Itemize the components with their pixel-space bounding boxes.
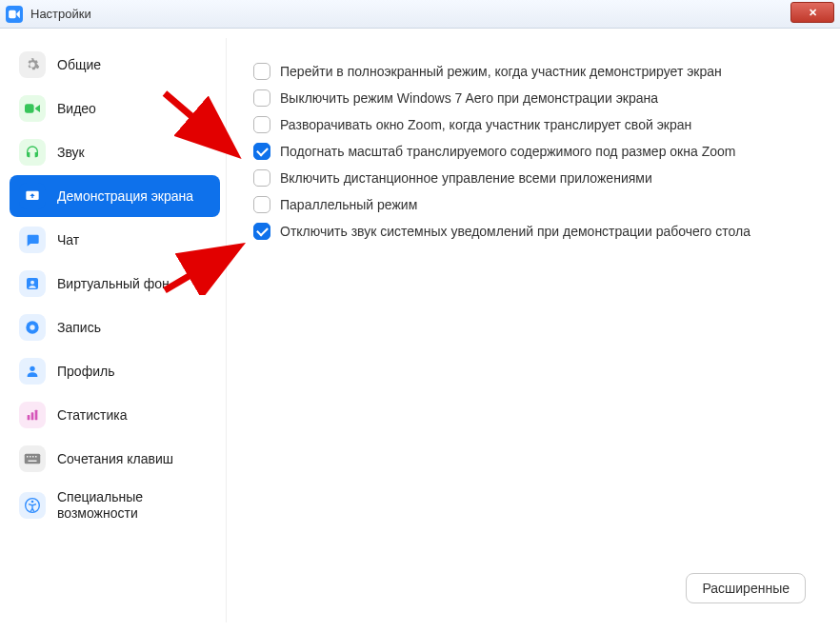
video-icon	[19, 95, 46, 122]
share-screen-icon	[19, 183, 46, 209]
svg-rect-13	[30, 456, 31, 458]
option-silence-notifications[interactable]: Отключить звук системных уведомлений при…	[253, 223, 811, 240]
sidebar-item-label: Общие	[57, 57, 101, 73]
svg-rect-1	[25, 104, 34, 113]
stats-icon	[19, 402, 46, 428]
window-title: Настройки	[30, 7, 91, 21]
checkbox[interactable]	[253, 196, 270, 213]
sidebar-item-label: Демонстрация экрана	[57, 188, 193, 205]
option-label: Перейти в полноэкранный режим, когда уча…	[280, 64, 722, 79]
checkbox[interactable]	[253, 169, 270, 187]
sidebar-item-label: Виртуальный фон	[57, 276, 170, 292]
checkbox[interactable]	[253, 143, 270, 160]
checkbox[interactable]	[253, 89, 270, 107]
gear-icon	[19, 51, 46, 78]
sidebar-item-audio[interactable]: Звук	[10, 131, 220, 173]
app-icon	[6, 6, 23, 23]
sidebar-item-chat[interactable]: Чат	[10, 219, 220, 261]
svg-point-18	[31, 500, 34, 503]
sidebar-item-label: Чат	[57, 232, 79, 248]
content-pane: Перейти в полноэкранный режим, когда уча…	[227, 38, 830, 622]
sidebar-item-virtual-bg[interactable]: Виртуальный фон	[10, 263, 220, 305]
sidebar-item-label: Звук	[57, 145, 85, 161]
sidebar-item-video[interactable]: Видео	[10, 88, 220, 129]
sidebar-item-label: Специальные возможности	[57, 489, 210, 522]
record-icon	[19, 314, 46, 341]
sidebar-item-accessibility[interactable]: Специальные возможности	[10, 482, 220, 529]
svg-point-6	[30, 325, 34, 329]
svg-rect-12	[27, 456, 29, 458]
sidebar-item-label: Профиль	[57, 364, 114, 380]
keyboard-icon	[19, 445, 46, 472]
advanced-row: Расширенные	[253, 573, 811, 609]
svg-rect-15	[35, 456, 37, 458]
sidebar-item-general[interactable]: Общие	[10, 44, 220, 86]
checkbox[interactable]	[253, 223, 270, 240]
sidebar-item-recording[interactable]: Запись	[10, 306, 220, 348]
sidebar-item-label: Запись	[57, 320, 101, 336]
option-scale-to-fit[interactable]: Подогнать масштаб транслируемого содержи…	[253, 143, 811, 160]
svg-rect-9	[31, 412, 34, 420]
svg-point-7	[30, 366, 34, 371]
option-label: Отключить звук системных уведомлений при…	[280, 224, 750, 239]
svg-rect-0	[9, 10, 15, 17]
sidebar: Общие Видео Звук Демонстрация экрана	[10, 38, 227, 622]
profile-icon	[19, 358, 46, 385]
option-fullscreen-on-share[interactable]: Перейти в полноэкранный режим, когда уча…	[253, 63, 811, 80]
checkbox[interactable]	[253, 63, 270, 80]
settings-window: Настройки Общие Видео Звук	[0, 0, 840, 632]
option-side-by-side[interactable]: Параллельный режим	[253, 196, 811, 213]
option-label: Параллельный режим	[280, 197, 417, 212]
option-remote-control-all[interactable]: Включить дистанционное управление всеми …	[253, 169, 811, 187]
sidebar-item-shortcuts[interactable]: Сочетания клавиш	[10, 438, 220, 480]
svg-rect-16	[29, 461, 37, 463]
accessibility-icon	[19, 492, 46, 519]
svg-rect-11	[25, 454, 41, 464]
titlebar: Настройки	[0, 0, 840, 29]
sidebar-item-share-screen[interactable]: Демонстрация экрана	[10, 175, 220, 217]
window-body: Общие Видео Звук Демонстрация экрана	[0, 29, 840, 632]
svg-rect-10	[35, 410, 38, 421]
sidebar-item-label: Видео	[57, 101, 96, 117]
sidebar-item-statistics[interactable]: Статистика	[10, 394, 220, 436]
sidebar-item-label: Сочетания клавиш	[57, 451, 173, 467]
checkbox[interactable]	[253, 116, 270, 133]
chat-icon	[19, 227, 46, 253]
svg-rect-8	[28, 415, 30, 420]
advanced-button[interactable]: Расширенные	[686, 573, 806, 603]
option-disable-aero[interactable]: Выключить режим Windows 7 Aero при демон…	[253, 89, 811, 107]
option-label: Разворачивать окно Zoom, когда участник …	[280, 117, 691, 132]
headphones-icon	[19, 139, 46, 166]
option-label: Подогнать масштаб транслируемого содержи…	[280, 144, 735, 159]
sidebar-item-label: Статистика	[57, 407, 128, 424]
close-button[interactable]	[790, 2, 834, 23]
option-label: Выключить режим Windows 7 Aero при демон…	[280, 90, 658, 106]
option-maximize-on-share[interactable]: Разворачивать окно Zoom, когда участник …	[253, 116, 811, 133]
virtual-bg-icon	[19, 270, 46, 297]
svg-point-4	[30, 281, 34, 285]
sidebar-item-profile[interactable]: Профиль	[10, 350, 220, 392]
svg-rect-14	[32, 456, 34, 458]
option-label: Включить дистанционное управление всеми …	[280, 170, 652, 186]
